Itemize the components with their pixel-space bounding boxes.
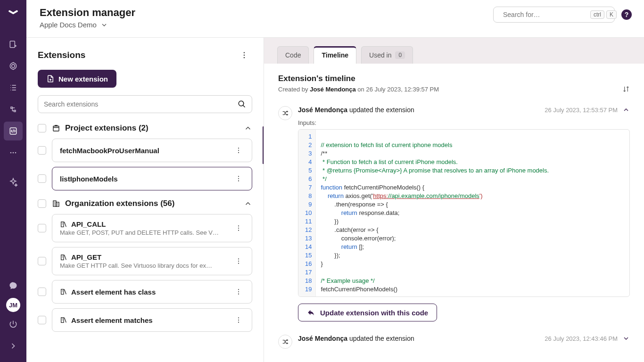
- extensions-search-input[interactable]: [44, 100, 238, 108]
- chevron-up-icon[interactable]: [622, 106, 630, 114]
- code-source[interactable]: // extension to fetch list of current ip…: [316, 130, 629, 296]
- extension-item-menu[interactable]: [231, 314, 246, 326]
- svg-point-8: [244, 55, 245, 56]
- breadcrumb-label: Apple Docs Demo: [40, 21, 97, 29]
- global-search[interactable]: ctrl K: [493, 7, 615, 23]
- extensions-heading: Extensions: [38, 50, 85, 60]
- group-header[interactable]: Organization extensions (56): [38, 199, 252, 208]
- svg-point-13: [238, 152, 239, 153]
- svg-point-20: [238, 225, 239, 226]
- chevron-down-icon[interactable]: [622, 335, 630, 342]
- svg-point-11: [238, 148, 239, 148]
- svg-point-7: [244, 52, 245, 53]
- sort-icon[interactable]: [622, 85, 630, 93]
- timeline-created-meta: Created by José Mendonça on 26 July 2023…: [278, 86, 439, 93]
- library-icon: [60, 316, 67, 324]
- svg-point-1: [10, 63, 16, 69]
- extension-checkbox[interactable]: [38, 146, 46, 155]
- page-header: Extension manager Apple Docs Demo ctrl K…: [26, 0, 644, 38]
- extensions-menu-button[interactable]: [236, 49, 252, 61]
- svg-point-4: [10, 152, 12, 154]
- nav-list-icon[interactable]: [4, 78, 23, 97]
- svg-point-33: [238, 320, 239, 321]
- group-checkbox[interactable]: [38, 199, 46, 208]
- chevron-up-icon[interactable]: [244, 124, 252, 132]
- extension-item[interactable]: Assert element has class: [52, 280, 252, 304]
- timeline-event-icon: [278, 335, 292, 349]
- group-header[interactable]: Project extensions (2): [38, 123, 252, 133]
- project-icon: [52, 124, 60, 132]
- chevron-down-icon: [100, 21, 108, 29]
- detail-panel: Code Timeline Used in 0 Extension's time…: [264, 38, 644, 362]
- breadcrumb[interactable]: Apple Docs Demo: [40, 21, 135, 29]
- nav-power-icon[interactable]: [4, 315, 23, 334]
- nav-collapse-icon[interactable]: [4, 337, 23, 355]
- svg-point-12: [238, 150, 239, 151]
- timeline-event-icon: [278, 106, 292, 120]
- detail-tabs: Code Timeline Used in 0: [264, 38, 644, 64]
- global-search-input[interactable]: [503, 11, 586, 18]
- svg-rect-18: [56, 202, 59, 206]
- nav-more-icon[interactable]: [4, 143, 23, 162]
- extension-item[interactable]: API_GET Make GET HTTP call. See Virtuoso…: [52, 247, 252, 275]
- extension-checkbox[interactable]: [38, 316, 46, 324]
- svg-point-9: [244, 57, 245, 58]
- nav-goals-icon[interactable]: [4, 35, 23, 54]
- code-block: 12345678910111213141516171819 // extensi…: [298, 129, 630, 297]
- extension-checkbox[interactable]: [38, 288, 46, 296]
- extension-item[interactable]: Assert element matches: [52, 308, 252, 332]
- nav-flow-icon[interactable]: [4, 100, 23, 119]
- svg-point-21: [238, 228, 239, 229]
- extension-item-menu[interactable]: [231, 145, 246, 156]
- reply-icon: [307, 308, 315, 317]
- svg-point-6: [15, 152, 17, 154]
- svg-point-25: [238, 261, 239, 262]
- nav-ai-icon[interactable]: [4, 173, 23, 191]
- tab-code[interactable]: Code: [277, 46, 309, 64]
- group-checkbox[interactable]: [38, 124, 46, 132]
- extension-item-menu[interactable]: [231, 222, 246, 234]
- nav-extensions-icon[interactable]: [4, 122, 23, 140]
- tab-timeline[interactable]: Timeline: [314, 46, 356, 64]
- timeline-event-time: 26 July 2023, 12:53:57 PM: [545, 106, 630, 114]
- inputs-label: Inputs:: [298, 119, 630, 126]
- extension-item-menu[interactable]: [231, 286, 246, 297]
- chevron-up-icon[interactable]: [244, 199, 252, 208]
- svg-point-14: [238, 176, 239, 177]
- timeline-event-text: José Mendonça updated the extension: [298, 106, 414, 114]
- nav-chat-icon[interactable]: [4, 276, 23, 295]
- search-icon: [238, 100, 246, 108]
- timeline-panel: Extension's timeline Created by José Men…: [264, 64, 644, 362]
- extension-checkbox[interactable]: [38, 174, 46, 183]
- library-icon: [60, 254, 67, 261]
- svg-point-32: [238, 317, 239, 318]
- extension-checkbox[interactable]: [38, 257, 46, 265]
- code-gutter: 12345678910111213141516171819: [298, 130, 316, 296]
- file-plus-icon: [46, 74, 55, 83]
- extension-item[interactable]: listIphoneModels: [52, 167, 252, 190]
- extensions-search[interactable]: [38, 95, 252, 113]
- tab-used-in[interactable]: Used in 0: [361, 46, 413, 64]
- extension-item-menu[interactable]: [231, 255, 246, 267]
- update-extension-button[interactable]: Update extension with this code: [298, 304, 437, 321]
- library-icon: [60, 221, 67, 228]
- extension-item[interactable]: API_CALL Make GET, POST, PUT and DELETE …: [52, 214, 252, 242]
- nav-target-icon[interactable]: [4, 57, 23, 75]
- extension-checkbox[interactable]: [38, 224, 46, 232]
- help-button[interactable]: ?: [621, 9, 632, 20]
- main-area: Extension manager Apple Docs Demo ctrl K…: [26, 0, 644, 362]
- user-avatar[interactable]: JM: [6, 298, 20, 312]
- svg-rect-0: [10, 41, 15, 47]
- svg-point-5: [13, 152, 14, 154]
- svg-point-28: [238, 289, 239, 290]
- extension-item[interactable]: fetchMacbookProUserManual: [52, 139, 252, 162]
- new-extension-button[interactable]: New extension: [38, 70, 116, 88]
- timeline-event-text: José Mendonça updated the extension: [298, 335, 414, 342]
- extensions-panel: Extensions New extension Project extensi…: [26, 38, 264, 362]
- timeline-title: Extension's timeline: [278, 74, 630, 83]
- extension-item-menu[interactable]: [231, 173, 246, 184]
- svg-point-29: [238, 291, 239, 292]
- org-icon: [52, 199, 60, 208]
- svg-point-24: [238, 258, 239, 259]
- svg-point-15: [238, 178, 239, 179]
